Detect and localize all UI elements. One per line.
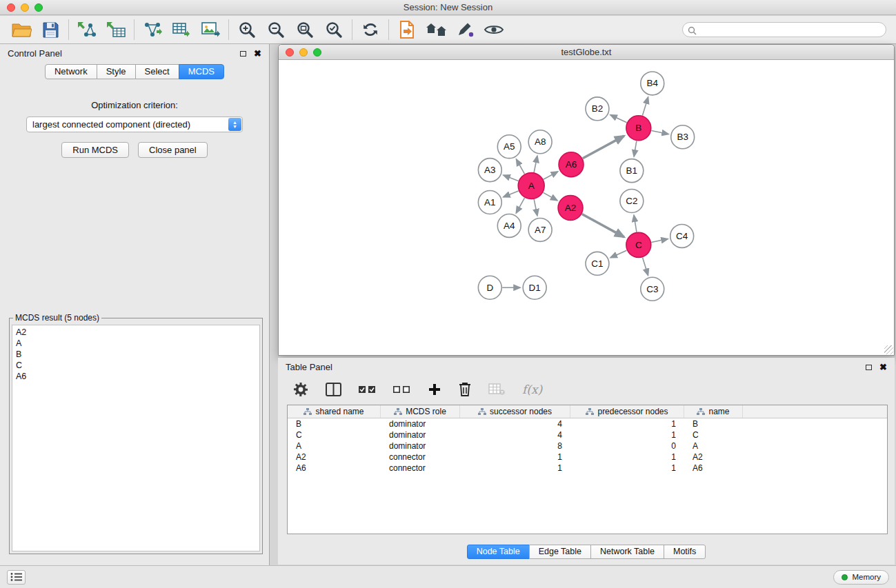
annotations-button[interactable]: [450, 18, 479, 41]
save-session-button[interactable]: [36, 18, 65, 41]
table-cell[interactable]: 8: [460, 440, 570, 452]
import-file-button[interactable]: [392, 18, 421, 41]
table-cell[interactable]: 1: [570, 418, 684, 429]
memory-button[interactable]: Memory: [833, 570, 889, 585]
edge-B-B4[interactable]: [642, 97, 648, 116]
node-C1[interactable]: C1: [586, 252, 609, 275]
table-cell[interactable]: 1: [570, 429, 684, 440]
export-image-button[interactable]: [196, 18, 225, 41]
close-table-panel-icon[interactable]: ✖: [879, 364, 887, 371]
open-session-button[interactable]: [7, 18, 36, 41]
edge-A6-B[interactable]: [583, 136, 624, 159]
column-header-name[interactable]: name: [684, 405, 743, 418]
table-settings-button[interactable]: [293, 382, 308, 397]
table-cell[interactable]: 0: [570, 440, 684, 452]
resize-grip[interactable]: [884, 345, 893, 354]
zoom-network-window-button[interactable]: [313, 48, 321, 57]
minimize-window-button[interactable]: [21, 3, 29, 12]
zoom-in-button[interactable]: [232, 18, 261, 41]
result-item[interactable]: A: [16, 338, 256, 349]
table-cell[interactable]: 4: [460, 429, 570, 440]
node-B3[interactable]: B3: [671, 125, 695, 149]
node-D1[interactable]: D1: [523, 276, 546, 299]
column-header-predecessor-nodes[interactable]: predecessor nodes: [570, 405, 684, 418]
edge-A-A1[interactable]: [504, 191, 519, 197]
run-mcds-button[interactable]: Run MCDS: [61, 142, 129, 158]
node-A2[interactable]: A2: [558, 196, 583, 221]
network-window-titlebar[interactable]: testGlobe.txt: [279, 45, 894, 60]
edge-A-A4[interactable]: [516, 198, 524, 213]
node-A3[interactable]: A3: [478, 159, 501, 182]
table-cell[interactable]: dominator: [381, 418, 460, 429]
column-header-shared-name[interactable]: shared name: [288, 405, 381, 418]
node-C[interactable]: C: [626, 232, 651, 257]
edge-C-C4[interactable]: [651, 239, 668, 243]
close-network-window-button[interactable]: [286, 48, 294, 57]
edge-C-C3[interactable]: [643, 257, 648, 275]
table-cell[interactable]: A6: [288, 463, 381, 474]
table-cell[interactable]: 1: [570, 463, 684, 474]
edge-A-A6[interactable]: [544, 172, 558, 179]
table-cell[interactable]: connector: [381, 463, 460, 474]
edge-C-C1[interactable]: [610, 250, 626, 258]
mcds-result-list[interactable]: A2ABCA6: [12, 325, 260, 551]
table-cell[interactable]: 1: [460, 452, 570, 463]
node-B2[interactable]: B2: [586, 97, 609, 121]
add-row-button[interactable]: [428, 383, 441, 396]
table-cell[interactable]: connector: [381, 452, 460, 463]
deselect-all-button[interactable]: [393, 385, 410, 394]
tab-select[interactable]: Select: [135, 64, 179, 79]
table-row[interactable]: Cdominator41C: [288, 429, 887, 440]
network-graph[interactable]: B4B2BB3A5A8A6A3B1AC2A1A2A4A7C4CC1C3DD1: [279, 60, 894, 355]
table-row[interactable]: Adominator80A: [288, 440, 887, 452]
table-row[interactable]: A6connector11A6: [288, 463, 887, 474]
zoom-fit-button[interactable]: [290, 18, 319, 41]
tab-node-table[interactable]: Node Table: [467, 545, 530, 559]
task-history-button[interactable]: [7, 570, 26, 585]
node-A[interactable]: A: [518, 173, 544, 199]
node-A8[interactable]: A8: [528, 130, 552, 154]
node-D[interactable]: D: [478, 276, 501, 299]
table-cell[interactable]: B: [288, 418, 381, 429]
export-table-button[interactable]: [167, 18, 196, 41]
zoom-selected-button[interactable]: [319, 18, 348, 41]
edge-A-A3[interactable]: [504, 175, 519, 181]
edge-C-C2[interactable]: [634, 215, 637, 232]
node-C4[interactable]: C4: [670, 224, 694, 247]
result-item[interactable]: B: [16, 349, 256, 360]
table-row[interactable]: Bdominator41B: [288, 418, 887, 429]
import-table-button[interactable]: [101, 18, 130, 41]
node-A4[interactable]: A4: [497, 214, 521, 237]
table-cell[interactable]: dominator: [381, 440, 460, 452]
node-C2[interactable]: C2: [620, 190, 644, 213]
import-network-button[interactable]: [72, 18, 101, 41]
edge-A-A5[interactable]: [517, 159, 525, 174]
home-button[interactable]: [421, 18, 450, 41]
result-item[interactable]: C: [16, 360, 256, 371]
criterion-dropdown[interactable]: largest connected component (directed) ▲…: [26, 116, 243, 132]
tab-edge-table[interactable]: Edge Table: [529, 545, 591, 559]
table-cell[interactable]: A: [684, 440, 743, 452]
table-cell[interactable]: B: [684, 418, 743, 429]
zoom-out-button[interactable]: [261, 18, 290, 41]
table-cell[interactable]: A2: [288, 452, 381, 463]
result-item[interactable]: A6: [16, 371, 256, 382]
result-item[interactable]: A2: [16, 327, 256, 338]
tab-motifs[interactable]: Motifs: [664, 545, 706, 559]
float-panel-icon[interactable]: [240, 51, 246, 57]
table-cell[interactable]: A2: [684, 452, 743, 463]
edge-A-A2[interactable]: [544, 192, 557, 200]
table-cell[interactable]: C: [684, 429, 743, 440]
node-A7[interactable]: A7: [528, 218, 552, 241]
search-input[interactable]: [682, 22, 886, 37]
node-B[interactable]: B: [626, 116, 651, 141]
close-window-button[interactable]: [7, 3, 15, 12]
close-panel-button[interactable]: Close panel: [138, 142, 208, 158]
table-cell[interactable]: dominator: [381, 429, 460, 440]
float-table-panel-icon[interactable]: [866, 365, 872, 370]
delete-row-button[interactable]: [459, 382, 471, 397]
edge-B-B2[interactable]: [610, 115, 627, 123]
tab-network[interactable]: Network: [45, 64, 97, 79]
table-cell[interactable]: 1: [460, 463, 570, 474]
table-row[interactable]: A2connector11A2: [288, 452, 887, 463]
